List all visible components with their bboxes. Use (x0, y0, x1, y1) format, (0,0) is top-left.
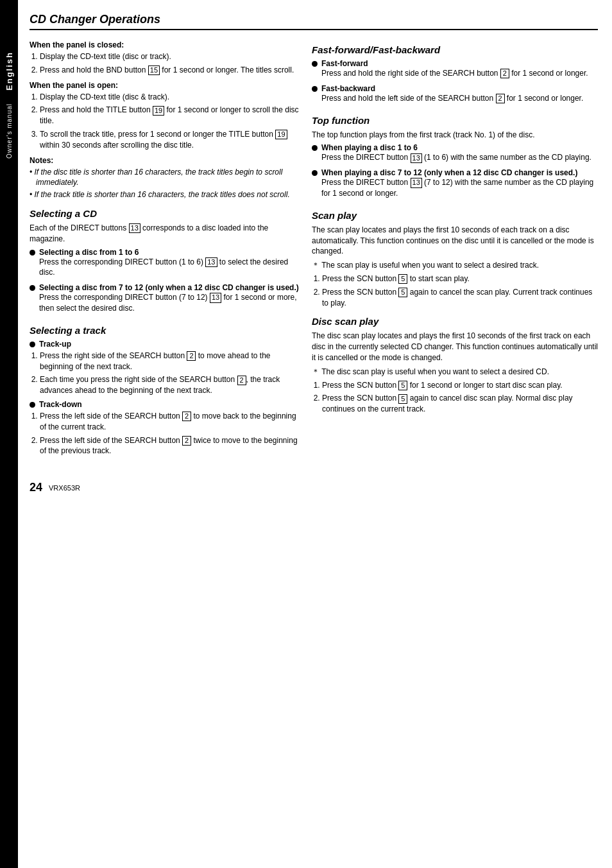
direct-button-ref: 13 (129, 223, 140, 233)
scn-ref2: 5 (398, 288, 407, 297)
search-button-ref3: 2 (182, 412, 191, 421)
panel-open-heading: When the panel is open: (30, 81, 299, 90)
track-down-list: Press the left side of the SEARCH button… (40, 411, 299, 456)
selecting-cd-intro: Each of the DIRECT buttons 13 correspond… (30, 223, 299, 245)
sidebar: English Owner's manual (0, 0, 18, 868)
track-up-list: Press the right side of the SEARCH butto… (40, 351, 299, 396)
track-up-content: Track-up (39, 340, 299, 349)
page-title: CD Changer Operations (30, 13, 160, 26)
fast-forward-heading: Fast-forward/Fast-backward (312, 44, 598, 55)
sidebar-english-label: English (4, 51, 14, 91)
panel-open-list: Display the CD-text title (disc & track)… (40, 92, 299, 151)
scn-ref: 5 (398, 274, 407, 284)
scan-play-intro: The scan play locates and plays the firs… (312, 225, 598, 257)
disc-scan-play-section: Disc scan play The disc scan play locate… (312, 316, 598, 415)
title-button-ref2: 19 (275, 130, 287, 139)
list-item: Display the CD-text title (disc or track… (40, 51, 299, 62)
list-item: Press the right side of the SEARCH butto… (40, 351, 299, 372)
disc-scan-play-intro: The disc scan play locates and plays the… (312, 331, 598, 363)
direct-top-ref: 13 (411, 153, 422, 163)
pd16-label: When playing a disc 1 to 6 (321, 143, 418, 152)
page-number: 24 (30, 481, 42, 494)
pd16-text: Press the DIRECT button 13 (1 to 6) with… (321, 152, 598, 163)
bullet-dot (30, 250, 35, 256)
list-item: Press the SCN button 5 again to cancel t… (322, 287, 598, 309)
scan-play-heading: Scan play (312, 210, 598, 221)
disc-1-6-label: Selecting a disc from 1 to 6 (39, 248, 139, 257)
disc-7-12-section: Selecting a disc from 7 to 12 (only when… (30, 283, 299, 317)
title-button-ref: 19 (153, 106, 164, 116)
left-column: When the panel is closed: Display the CD… (30, 37, 299, 462)
disc-1-6-section: Selecting a disc from 1 to 6 Press the c… (30, 248, 299, 282)
disc-7-12-text: Press the corresponding DIRECT button (7… (39, 292, 299, 314)
model-number: VRX653R (49, 484, 80, 492)
right-column: Fast-forward/Fast-backward Fast-forward … (312, 37, 598, 462)
scn-disc-ref2: 5 (398, 394, 407, 404)
list-item: To scroll the track title, press for 1 s… (40, 129, 299, 151)
disc-scan-list: Press the SCN button 5 for 1 second or l… (322, 380, 598, 415)
fb-dot (312, 86, 318, 92)
list-item: Each time you press the right side of th… (40, 374, 299, 396)
disc-7-12-label: Selecting a disc from 7 to 12 (only when… (39, 283, 299, 292)
search-button-ref4: 2 (182, 436, 191, 446)
search-fb-ref: 2 (496, 94, 505, 103)
ff-content: Fast-forward Press and hold the right si… (321, 59, 598, 82)
pd712-dot (312, 170, 318, 176)
page-footer: 24 VRX653R (30, 481, 598, 494)
list-item: Display the CD-text title (disc & track)… (40, 92, 299, 103)
notes-heading: Notes: (30, 156, 299, 165)
search-button-ref2: 2 (237, 376, 246, 385)
notes-section: Notes: • If the disc title is shorter th… (30, 156, 299, 200)
disc-scan-play-heading: Disc scan play (312, 316, 598, 327)
note-item-2: • If the track title is shorter than 16 … (30, 189, 299, 200)
list-item: Press the SCN button 5 again to cancel d… (322, 393, 598, 415)
list-item: Press and hold the TITLE button 19 for 1… (40, 105, 299, 126)
panel-open-section: When the panel is open: Display the CD-t… (30, 81, 299, 151)
fb-content: Fast-backward Press and hold the left si… (321, 84, 598, 107)
selecting-cd-section: Selecting a CD Each of the DIRECT button… (30, 208, 299, 317)
pd712-label: When playing a disc 7 to 12 (only when a… (321, 168, 577, 177)
fb-label: Fast-backward (321, 84, 375, 93)
panel-closed-section: When the panel is closed: Display the CD… (30, 40, 299, 76)
track-up-section: Track-up (30, 340, 299, 349)
sidebar-owners-label: Owner's manual (6, 103, 13, 159)
fast-backward-sub: Fast-backward Press and hold the left si… (312, 84, 598, 107)
direct-top-ref2: 13 (411, 178, 422, 187)
scn-disc-ref: 5 (398, 381, 407, 390)
pd712-text: Press the DIRECT button 13 (7 to 12) wit… (321, 177, 598, 199)
scan-play-note: ＊ The scan play is useful when you want … (312, 260, 598, 271)
two-column-layout: When the panel is closed: Display the CD… (30, 37, 598, 462)
pd16-dot (312, 145, 318, 151)
ff-text: Press and hold the right side of the SEA… (321, 68, 598, 79)
search-button-ref: 2 (187, 351, 196, 361)
disc-1-6-text: Press the corresponding DIRECT button (1… (39, 257, 299, 279)
track-up-dot (30, 342, 35, 347)
ff-label: Fast-forward (321, 59, 368, 68)
direct-button-ref3: 13 (210, 293, 221, 302)
selecting-cd-heading: Selecting a CD (30, 208, 299, 219)
pd16-content: When playing a disc 1 to 6 Press the DIR… (321, 143, 598, 166)
page-header: CD Changer Operations (30, 13, 598, 30)
playing-disc-7-12: When playing a disc 7 to 12 (only when a… (312, 168, 598, 202)
disc-7-12-content: Selecting a disc from 7 to 12 (only when… (39, 283, 299, 317)
top-function-heading: Top function (312, 115, 598, 126)
top-function-intro: The top function plays from the first tr… (312, 130, 598, 141)
list-item: Press the left side of the SEARCH button… (40, 411, 299, 433)
fb-text: Press and hold the left side of the SEAR… (321, 93, 598, 104)
list-item: Press the left side of the SEARCH button… (40, 435, 299, 457)
bullet-dot2 (30, 285, 35, 291)
pd712-content: When playing a disc 7 to 12 (only when a… (321, 168, 598, 202)
playing-disc-1-6: When playing a disc 1 to 6 Press the DIR… (312, 143, 598, 166)
track-down-section: Track-down (30, 400, 299, 409)
fast-forward-section: Fast-forward/Fast-backward Fast-forward … (312, 44, 598, 107)
search-ff-ref: 2 (500, 69, 509, 78)
track-down-label: Track-down (39, 400, 82, 409)
top-function-section: Top function The top function plays from… (312, 115, 598, 202)
selecting-track-heading: Selecting a track (30, 325, 299, 336)
track-down-dot (30, 402, 35, 408)
scan-play-list: Press the SCN button 5 to start scan pla… (322, 273, 598, 308)
list-item: Press the SCN button 5 to start scan pla… (322, 273, 598, 284)
track-up-label: Track-up (39, 340, 71, 349)
list-item: Press and hold the BND button 15 for 1 s… (40, 65, 299, 76)
direct-button-ref2: 13 (205, 257, 217, 267)
